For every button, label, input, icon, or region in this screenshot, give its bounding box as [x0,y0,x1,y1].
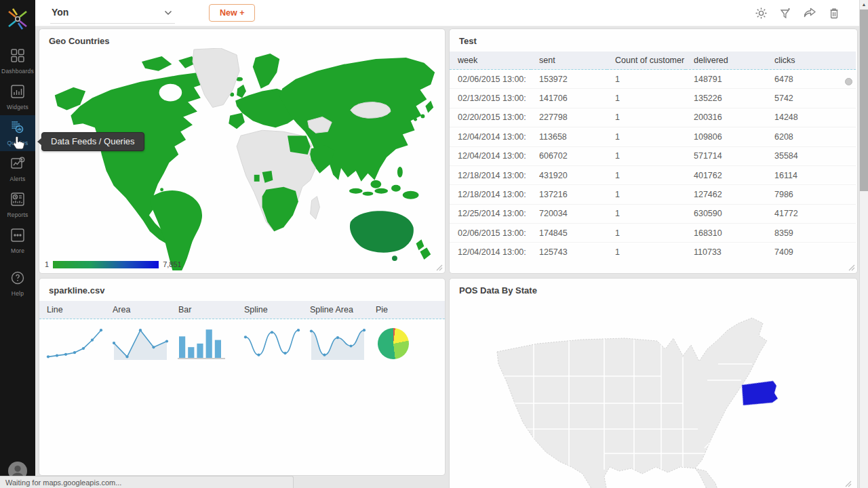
table-row[interactable]: 12/04/2014 13:00: 113658 1 109806 6208 [450,127,856,146]
sidebar-item-widgets[interactable]: Widgets [0,79,35,115]
cell-sent: 720034 [531,204,607,223]
filter-funnel-icon[interactable] [778,6,792,20]
resize-handle-icon[interactable] [436,264,443,271]
column-header-delivered[interactable]: delivered [686,52,766,70]
cell-sent: 174845 [531,224,607,243]
widget-title: Geo Countries [39,29,445,50]
resize-handle-icon[interactable] [845,481,852,487]
widget-geo-countries[interactable]: Geo Countries [39,28,446,274]
column-header-week[interactable]: week [450,52,531,70]
column-header-pie[interactable]: Pie [368,301,434,319]
table-row[interactable]: 12/04/2014 13:00: 125743 1 110733 7409 [450,243,856,262]
page-scrollbar[interactable]: ▲ [859,0,868,488]
cell-clicks: 6208 [766,127,856,146]
settings-gear-icon[interactable] [754,6,768,20]
sparkline-charts-row [39,323,445,364]
widget-pos-by-state[interactable]: POS Data By State [449,278,858,488]
dashboard-grid: Geo Countries [35,26,860,488]
table-row[interactable]: 12/18/2014 13:00: 137216 1 127462 7986 [450,185,856,204]
cell-count: 1 [607,127,686,146]
cell-clicks: 7409 [766,243,856,262]
cell-delivered: 127462 [686,185,766,204]
column-header-spline[interactable]: Spline [237,301,302,319]
legend-max-value: 7,851 [163,260,182,268]
table-row[interactable]: 02/06/2015 13:00: 153972 1 148791 6478 [450,70,856,89]
legend-min-value: 1 [45,260,49,268]
cell-clicks: 41772 [766,204,856,223]
state-pennsylvania[interactable] [742,381,778,405]
cell-sent: 137216 [531,185,607,204]
cell-delivered: 110733 [686,243,766,262]
cell-count: 1 [607,224,686,243]
new-button[interactable]: New + [209,4,255,22]
dashboards-grid-icon [10,48,25,66]
sidebar-item-label: Alerts [10,176,26,182]
cell-week: 12/18/2014 13:00: [450,165,531,184]
tooltip-arrow [37,138,42,146]
reports-icon [10,192,25,209]
sidebar-item-reports[interactable]: Reports [0,187,35,223]
cell-sent: 431920 [531,165,607,184]
column-header-line[interactable]: Line [39,301,105,319]
cell-clicks: 16114 [766,165,856,184]
spline-area-sparkline-chart [308,325,368,362]
column-header-area[interactable]: Area [105,301,171,319]
cell-count: 1 [607,165,686,184]
sidebar-item-dashboards[interactable]: Dashboards [0,43,35,79]
area-sparkline-chart [111,325,170,362]
table-row[interactable]: 02/06/2015 13:00: 174845 1 168310 8359 [450,224,856,243]
delete-trash-icon[interactable] [827,6,841,20]
widget-sparkline[interactable]: sparkline.csv Line Area Bar Spline Splin… [39,278,446,476]
widget-title: Test [450,29,857,50]
table-row[interactable]: 12/18/2014 13:00: 431920 1 401762 16114 [450,165,856,184]
table-row[interactable]: 02/20/2015 13:00: 227798 1 200316 14248 [450,108,856,127]
help-question-icon [10,270,25,288]
toolbar-actions [754,6,860,20]
share-arrow-icon[interactable] [803,6,816,20]
us-map[interactable] [450,299,857,488]
sidebar-item-alerts[interactable]: Alerts [0,151,35,187]
cell-delivered: 109806 [686,127,766,146]
widget-test-table[interactable]: Test week sent Count of customer deliver… [449,28,858,274]
app-logo-icon[interactable] [4,4,31,34]
bar-sparkline-chart [176,325,236,362]
cell-count: 1 [607,108,686,127]
spline-sparkline-chart [242,325,302,362]
cell-delivered: 401762 [686,165,766,184]
table-row[interactable]: 12/04/2014 13:00: 606702 1 571714 35584 [450,146,856,165]
resize-handle-icon[interactable] [848,264,855,271]
column-header-spline-area[interactable]: Spline Area [302,301,368,319]
column-header-sent[interactable]: sent [531,52,607,70]
column-header-count[interactable]: Count of customer [607,52,686,70]
dashboard-selector[interactable]: Yon [50,2,175,24]
cell-week: 02/06/2015 13:00: [450,224,531,243]
sidebar-item-help[interactable]: Help [0,266,35,302]
scrollbar-up-arrow[interactable]: ▲ [860,0,868,9]
top-toolbar: Yon New + [35,0,860,26]
cell-clicks: 7986 [766,185,856,204]
column-header-bar[interactable]: Bar [171,301,237,319]
chevron-down-icon [164,6,172,18]
data-table: week sent Count of customer delivered cl… [450,52,856,262]
status-text: Waiting for maps.googleapis.com... [5,479,121,487]
table-body: 02/06/2015 13:00: 153972 1 148791 6478 0… [450,70,856,262]
sidebar-item-more[interactable]: More [0,223,35,259]
cell-sent: 153972 [531,70,607,89]
cell-week: 12/04/2014 13:00: [450,127,531,146]
cell-week: 02/06/2015 13:00: [450,70,531,89]
scrollbar-thumb[interactable] [860,9,868,191]
table-row[interactable]: 02/13/2015 13:00: 141706 1 135226 5742 [450,89,856,108]
sidebar-item-label: More [11,247,24,254]
world-map[interactable] [41,48,443,270]
column-header-clicks[interactable]: clicks [766,52,856,70]
table-row[interactable]: 12/25/2014 13:00: 720034 1 630590 41772 [450,204,856,223]
cell-count: 1 [607,185,686,204]
cell-sent: 113658 [531,127,607,146]
cell-clicks: 6478 [766,70,856,89]
cell-count: 1 [607,70,686,89]
cell-clicks: 35584 [766,146,856,165]
sparkline-header-row: Line Area Bar Spline Spline Area Pie [39,301,445,319]
table-scrollbar-thumb[interactable] [845,78,852,85]
map-color-legend: 1 7,851 [45,260,182,268]
line-sparkline-chart [45,325,104,362]
